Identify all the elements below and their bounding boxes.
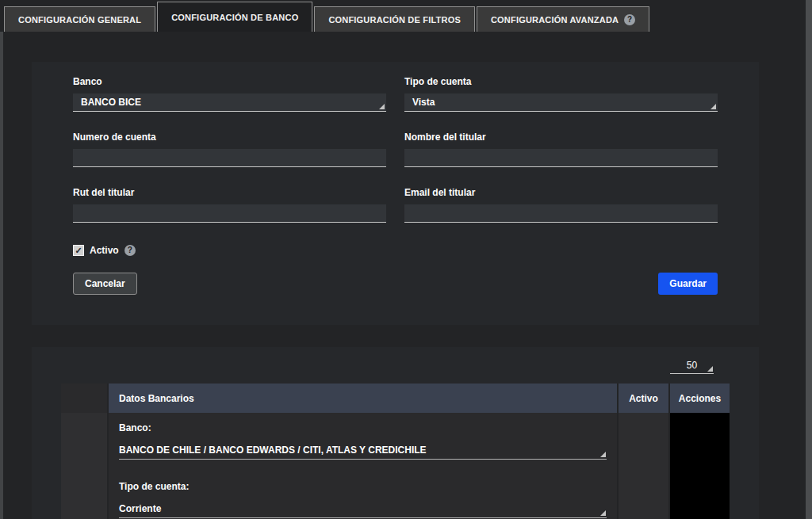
banco-select[interactable]: BANCO BICE [73,93,386,112]
header-acciones: Acciones [668,384,730,413]
banco-label: Banco [73,76,386,87]
rut-titular-input[interactable] [73,204,386,223]
row-banco-label: Banco: [119,422,607,433]
tab-configuracion-general[interactable]: CONFIGURACIÓN GENERAL [4,6,155,32]
scrollbar[interactable] [806,0,812,519]
window-left-edge [0,0,3,519]
email-titular-input[interactable] [404,204,718,223]
row-datos-bancarios-cell: Banco: BANCO DE CHILE / BANCO EDWARDS / … [107,413,617,519]
tab-label: CONFIGURACIÓN DE FILTROS [328,15,461,25]
activo-checkbox-label: Activo [90,245,119,256]
help-icon: ? [124,245,136,256]
select-arrow-icon [600,452,606,457]
tab-label: CONFIGURACIÓN AVANZADA [491,15,619,25]
field-nombre-del-titular: Nombre del titular [404,132,718,167]
help-icon: ? [624,14,635,25]
row-banco-select-value: BANCO DE CHILE / BANCO EDWARDS / CITI, A… [119,445,427,456]
table-header-row: Datos Bancarios Activo Acciones [61,384,730,413]
form-grid: Banco BANCO BICE Tipo de cuenta Vista Nu… [73,76,718,242]
select-arrow-icon [710,104,716,109]
select-arrow-icon [379,104,385,109]
activo-checkbox[interactable]: ✓ [73,245,84,256]
tab-label: CONFIGURACIÓN GENERAL [18,15,141,25]
email-titular-label: Email del titular [404,187,718,198]
row-tipo-cuenta-label: Tipo de cuenta: [119,481,607,492]
header-activo: Activo [617,384,668,413]
row-tipo-cuenta-select[interactable]: Corriente [119,500,607,518]
row-handle-cell [61,413,107,519]
table-row: Banco: BANCO DE CHILE / BANCO EDWARDS / … [61,413,730,519]
row-banco-select[interactable]: BANCO DE CHILE / BANCO EDWARDS / CITI, A… [119,441,607,460]
tipo-cuenta-select[interactable]: Vista [404,93,718,112]
cancel-button[interactable]: Cancelar [73,273,137,295]
numero-cuenta-label: Numero de cuenta [73,132,386,143]
numero-cuenta-input[interactable] [73,149,386,167]
tipo-cuenta-select-value: Vista [412,97,435,108]
nombre-titular-input[interactable] [404,149,718,167]
banco-select-value: BANCO BICE [81,97,141,108]
save-button[interactable]: Guardar [658,273,718,295]
page-size-select[interactable]: 50 [670,357,714,374]
row-activo-cell [617,413,668,519]
select-arrow-icon [600,510,606,516]
select-arrow-icon [707,366,713,372]
activo-checkbox-row: ✓ Activo ? [73,245,718,256]
field-numero-de-cuenta: Numero de cuenta [73,132,386,167]
row-acciones-cell [668,413,730,519]
tab-configuracion-de-banco[interactable]: CONFIGURACIÓN DE BANCO [157,2,312,32]
tab-configuracion-de-filtros[interactable]: CONFIGURACIÓN DE FILTROS [314,6,475,32]
bank-config-form-panel: Banco BANCO BICE Tipo de cuenta Vista Nu… [32,62,759,325]
field-banco: Banco BANCO BICE [73,76,386,112]
page-size-value: 50 [687,360,697,371]
row-tipo-cuenta-select-value: Corriente [119,503,161,514]
nombre-titular-label: Nombre del titular [404,132,718,143]
rut-titular-label: Rut del titular [73,187,386,198]
bank-accounts-table: Datos Bancarios Activo Acciones Banco: B… [61,384,730,519]
tab-label: CONFIGURACIÓN DE BANCO [171,13,298,22]
header-handle-cell [61,384,107,413]
tab-bar: CONFIGURACIÓN GENERAL CONFIGURACIÓN DE B… [0,0,806,32]
form-buttons-row: Cancelar Guardar [73,273,718,295]
field-rut-del-titular: Rut del titular [73,187,386,223]
field-email-del-titular: Email del titular [404,187,718,223]
field-tipo-de-cuenta: Tipo de cuenta Vista [404,76,718,112]
tipo-cuenta-label: Tipo de cuenta [404,76,718,87]
tab-configuracion-avanzada[interactable]: CONFIGURACIÓN AVANZADA ? [477,6,649,32]
bank-list-panel: 50 Datos Bancarios Activo Acciones Banco… [32,347,759,519]
header-datos-bancarios: Datos Bancarios [107,384,617,413]
